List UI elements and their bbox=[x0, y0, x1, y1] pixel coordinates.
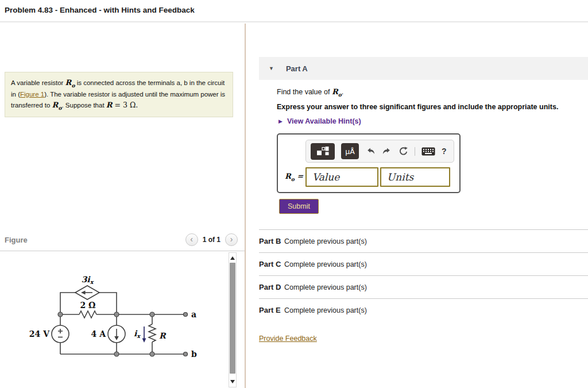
value-input[interactable] bbox=[305, 167, 378, 187]
current-source-label: 4 A bbox=[91, 329, 107, 339]
provide-feedback-link[interactable]: Provide Feedback bbox=[259, 335, 317, 343]
circuit-figure: 3ix 2 Ω 24 V 4 A ix R a b bbox=[17, 252, 235, 387]
help-button[interactable]: ? bbox=[442, 147, 447, 156]
prev-figure-button[interactable]: ‹ bbox=[185, 233, 198, 246]
units-icon: μÅ bbox=[345, 147, 355, 156]
part-b-row[interactable]: Part B Complete previous part(s) bbox=[259, 229, 588, 252]
scroll-up-button[interactable] bbox=[229, 254, 236, 262]
node bbox=[150, 352, 154, 356]
answer-module: μÅ bbox=[277, 133, 461, 193]
templates-button[interactable] bbox=[311, 143, 335, 160]
resistor-R-label: R bbox=[159, 331, 167, 340]
ix-label: ix bbox=[134, 329, 141, 339]
keyboard-icon bbox=[421, 147, 435, 156]
templates-icon bbox=[316, 146, 330, 156]
hints-caret-icon: ▶ bbox=[278, 118, 283, 124]
problem-statement: A variable resistor Ro is connected acro… bbox=[5, 72, 233, 117]
collapse-caret-icon[interactable]: ▼ bbox=[269, 66, 274, 71]
part-name: Part E bbox=[259, 306, 284, 314]
scroll-down-button[interactable] bbox=[229, 378, 236, 386]
keyboard-shortcuts-button[interactable] bbox=[421, 147, 435, 156]
part-name: Part B bbox=[259, 237, 284, 245]
dep-source-label: 3ix bbox=[82, 275, 94, 285]
math-R: R bbox=[106, 101, 113, 109]
circuit-svg: 3ix 2 Ω 24 V 4 A ix R a b bbox=[17, 252, 235, 387]
next-figure-button[interactable]: › bbox=[225, 233, 238, 246]
scroll-down-icon bbox=[230, 380, 235, 383]
units-input[interactable] bbox=[380, 167, 450, 187]
resistor-2ohm-label: 2 Ω bbox=[80, 301, 95, 310]
math-Ro: Ro bbox=[332, 87, 342, 96]
terminal-b-dot bbox=[184, 352, 188, 356]
figure-divider bbox=[0, 251, 245, 251]
parts-panel: ▼ Part A Find the value of Ro. Express y… bbox=[247, 24, 588, 388]
part-e-row[interactable]: Part E Complete previous part(s) bbox=[259, 298, 588, 321]
part-c-row[interactable]: Part C Complete previous part(s) bbox=[259, 252, 588, 275]
figure-1-link[interactable]: Figure 1 bbox=[20, 91, 44, 98]
mastering-problem-page: Problem 4.83 - Enhanced - with Hints and… bbox=[0, 0, 588, 388]
problem-text: A variable resistor bbox=[11, 79, 65, 86]
part-d-row[interactable]: Part D Complete previous part(s) bbox=[259, 275, 588, 298]
other-parts-list: Part B Complete previous part(s) Part C … bbox=[259, 229, 588, 321]
figure-scrollbar[interactable] bbox=[229, 252, 237, 387]
part-status: Complete previous part(s) bbox=[284, 237, 367, 245]
answer-instruction: Express your answer to three significant… bbox=[277, 103, 558, 111]
node bbox=[150, 312, 154, 317]
reset-button[interactable] bbox=[399, 147, 408, 156]
scrollbar-thumb[interactable] bbox=[230, 263, 235, 374]
part-a-header[interactable]: ▼ Part A bbox=[259, 57, 588, 80]
terminal-b-label: b bbox=[191, 349, 197, 359]
view-hints-toggle[interactable]: ▶ View Available Hint(s) bbox=[278, 117, 361, 125]
redo-icon bbox=[382, 147, 392, 156]
toolbar-separator bbox=[415, 147, 415, 156]
undo-icon bbox=[365, 147, 376, 156]
terminal-a-dot bbox=[184, 313, 188, 317]
reset-icon bbox=[399, 147, 408, 156]
page-title: Problem 4.83 - Enhanced - with Hints and… bbox=[0, 0, 588, 14]
math-Ro: Ro bbox=[65, 78, 75, 87]
figure-page-indicator: 1 of 1 bbox=[203, 236, 220, 244]
math-Ro: Ro bbox=[52, 101, 62, 109]
part-a-question: Find the value of Ro. bbox=[277, 87, 343, 98]
undo-button[interactable] bbox=[365, 147, 376, 156]
part-name: Part D bbox=[259, 283, 284, 291]
part-status: Complete previous part(s) bbox=[284, 283, 367, 291]
item-panel: A variable resistor Ro is connected acro… bbox=[0, 24, 246, 388]
figure-label: Figure bbox=[5, 236, 28, 244]
part-status: Complete previous part(s) bbox=[284, 260, 367, 268]
figure-header: Figure ‹ 1 of 1 › bbox=[5, 232, 238, 247]
scroll-up-icon bbox=[230, 256, 235, 260]
part-a-title: Part A bbox=[286, 64, 308, 73]
part-name: Part C bbox=[259, 260, 284, 268]
redo-button[interactable] bbox=[382, 147, 392, 156]
part-status: Complete previous part(s) bbox=[284, 306, 367, 314]
submit-button[interactable]: Submit bbox=[279, 199, 319, 214]
node bbox=[114, 352, 119, 356]
answer-variable-label: Ro = bbox=[285, 172, 305, 182]
title-bar: Problem 4.83 - Enhanced - with Hints and… bbox=[0, 0, 588, 22]
node bbox=[58, 312, 63, 317]
hints-label: View Available Hint(s) bbox=[287, 117, 361, 125]
voltage-source-label: 24 V bbox=[29, 329, 50, 339]
figure-pager: ‹ 1 of 1 › bbox=[185, 233, 238, 246]
equation-toolbar: μÅ bbox=[305, 140, 454, 163]
terminal-a-label: a bbox=[191, 310, 196, 319]
units-button[interactable]: μÅ bbox=[341, 143, 359, 159]
answer-row: Ro = bbox=[285, 167, 452, 187]
node bbox=[114, 312, 119, 317]
